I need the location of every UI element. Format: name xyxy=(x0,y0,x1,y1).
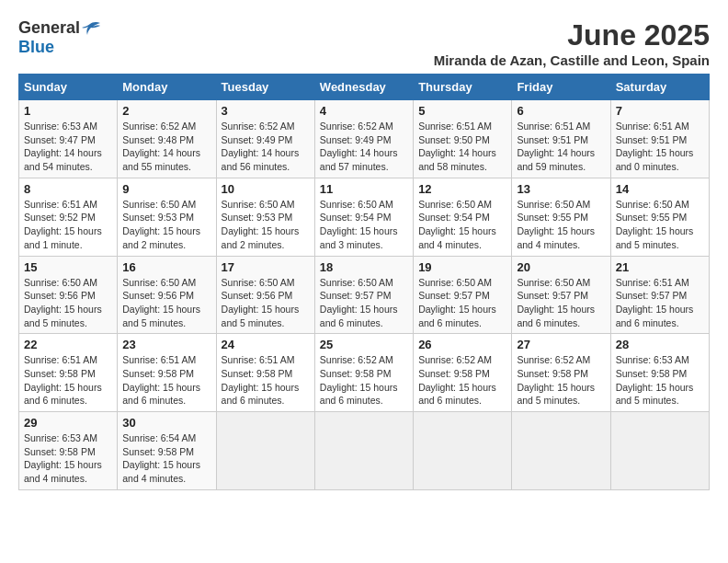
calendar-cell: 19 Sunrise: 6:50 AM Sunset: 9:57 PM Dayl… xyxy=(414,256,512,334)
logo-bird-icon xyxy=(80,20,100,37)
calendar-cell xyxy=(610,412,709,490)
daylight-text: Daylight: 15 hours and 0 minutes. xyxy=(616,147,694,172)
sunset-text: Sunset: 9:51 PM xyxy=(517,134,588,145)
day-number: 1 xyxy=(24,104,112,118)
day-info: Sunrise: 6:51 AM Sunset: 9:58 PM Dayligh… xyxy=(24,353,112,408)
day-number: 28 xyxy=(616,338,704,351)
day-number: 5 xyxy=(418,104,506,118)
day-number: 21 xyxy=(616,260,704,274)
sunset-text: Sunset: 9:58 PM xyxy=(418,368,490,379)
daylight-text: Daylight: 15 hours and 3 minutes. xyxy=(320,225,398,250)
day-info: Sunrise: 6:50 AM Sunset: 9:55 PM Dayligh… xyxy=(616,198,704,252)
day-info: Sunrise: 6:51 AM Sunset: 9:58 PM Dayligh… xyxy=(222,353,310,408)
calendar-cell: 16 Sunrise: 6:50 AM Sunset: 9:56 PM Dayl… xyxy=(118,256,216,334)
day-number: 3 xyxy=(222,104,310,118)
calendar-cell: 7 Sunrise: 6:51 AM Sunset: 9:51 PM Dayli… xyxy=(610,100,709,178)
day-number: 6 xyxy=(517,104,605,118)
sunset-text: Sunset: 9:58 PM xyxy=(24,368,96,379)
day-number: 9 xyxy=(122,182,210,196)
daylight-text: Daylight: 15 hours and 5 minutes. xyxy=(616,225,694,250)
day-number: 30 xyxy=(122,416,210,430)
daylight-text: Daylight: 15 hours and 5 minutes. xyxy=(222,304,300,328)
day-info: Sunrise: 6:52 AM Sunset: 9:58 PM Dayligh… xyxy=(320,353,408,408)
sunrise-text: Sunrise: 6:50 AM xyxy=(418,277,492,288)
day-info: Sunrise: 6:53 AM Sunset: 9:58 PM Dayligh… xyxy=(616,353,704,408)
sunrise-text: Sunrise: 6:50 AM xyxy=(122,199,196,210)
day-info: Sunrise: 6:50 AM Sunset: 9:53 PM Dayligh… xyxy=(222,198,310,252)
sunset-text: Sunset: 9:52 PM xyxy=(24,212,96,223)
sunset-text: Sunset: 9:56 PM xyxy=(222,290,293,301)
sunrise-text: Sunrise: 6:52 AM xyxy=(222,121,295,132)
calendar-cell: 14 Sunrise: 6:50 AM Sunset: 9:55 PM Dayl… xyxy=(610,178,709,256)
day-number: 15 xyxy=(24,260,112,274)
calendar-cell: 8 Sunrise: 6:51 AM Sunset: 9:52 PM Dayli… xyxy=(19,178,118,256)
sunrise-text: Sunrise: 6:51 AM xyxy=(24,199,97,210)
calendar-cell: 4 Sunrise: 6:52 AM Sunset: 9:49 PM Dayli… xyxy=(314,100,413,178)
day-info: Sunrise: 6:54 AM Sunset: 9:58 PM Dayligh… xyxy=(122,431,210,486)
sunset-text: Sunset: 9:57 PM xyxy=(616,290,688,301)
day-number: 29 xyxy=(24,416,112,430)
logo-general-text: General xyxy=(18,18,80,38)
sunset-text: Sunset: 9:58 PM xyxy=(320,368,392,379)
calendar-week-row: 1 Sunrise: 6:53 AM Sunset: 9:47 PM Dayli… xyxy=(19,100,710,178)
day-info: Sunrise: 6:51 AM Sunset: 9:58 PM Dayligh… xyxy=(122,353,210,408)
day-number: 17 xyxy=(222,260,310,274)
sunrise-text: Sunrise: 6:50 AM xyxy=(222,199,295,210)
sunrise-text: Sunrise: 6:50 AM xyxy=(616,199,689,210)
calendar-cell: 18 Sunrise: 6:50 AM Sunset: 9:57 PM Dayl… xyxy=(314,256,413,334)
day-number: 18 xyxy=(320,260,408,274)
header-monday: Monday xyxy=(118,75,216,100)
location-title: Miranda de Azan, Castille and Leon, Spai… xyxy=(434,52,710,68)
day-info: Sunrise: 6:51 AM Sunset: 9:57 PM Dayligh… xyxy=(616,276,704,330)
daylight-text: Daylight: 15 hours and 2 minutes. xyxy=(122,225,200,250)
sunset-text: Sunset: 9:49 PM xyxy=(222,134,293,145)
calendar-cell: 2 Sunrise: 6:52 AM Sunset: 9:48 PM Dayli… xyxy=(118,100,216,178)
day-info: Sunrise: 6:52 AM Sunset: 9:49 PM Dayligh… xyxy=(320,120,408,174)
sunrise-text: Sunrise: 6:53 AM xyxy=(24,121,97,132)
sunset-text: Sunset: 9:58 PM xyxy=(24,446,96,457)
daylight-text: Daylight: 14 hours and 56 minutes. xyxy=(222,147,300,172)
page-header: General Blue June 2025 Miranda de Azan, … xyxy=(18,18,710,68)
daylight-text: Daylight: 15 hours and 4 minutes. xyxy=(517,225,595,250)
calendar-cell: 9 Sunrise: 6:50 AM Sunset: 9:53 PM Dayli… xyxy=(118,178,216,256)
day-number: 24 xyxy=(222,338,310,351)
calendar-cell: 27 Sunrise: 6:52 AM Sunset: 9:58 PM Dayl… xyxy=(512,334,610,412)
day-number: 20 xyxy=(517,260,605,274)
daylight-text: Daylight: 15 hours and 2 minutes. xyxy=(222,225,300,250)
sunrise-text: Sunrise: 6:51 AM xyxy=(122,354,196,365)
day-info: Sunrise: 6:50 AM Sunset: 9:55 PM Dayligh… xyxy=(517,198,605,252)
daylight-text: Daylight: 15 hours and 6 minutes. xyxy=(122,382,200,407)
daylight-text: Daylight: 15 hours and 6 minutes. xyxy=(418,304,496,328)
sunset-text: Sunset: 9:58 PM xyxy=(122,368,194,379)
sunset-text: Sunset: 9:47 PM xyxy=(24,134,96,145)
sunrise-text: Sunrise: 6:50 AM xyxy=(320,199,393,210)
calendar-cell xyxy=(314,412,413,490)
day-number: 4 xyxy=(320,104,408,118)
sunset-text: Sunset: 9:55 PM xyxy=(517,212,588,223)
calendar-cell: 29 Sunrise: 6:53 AM Sunset: 9:58 PM Dayl… xyxy=(19,412,118,490)
weekday-header-row: Sunday Monday Tuesday Wednesday Thursday… xyxy=(19,75,710,100)
sunrise-text: Sunrise: 6:53 AM xyxy=(24,432,97,443)
day-info: Sunrise: 6:51 AM Sunset: 9:52 PM Dayligh… xyxy=(24,198,112,252)
day-info: Sunrise: 6:53 AM Sunset: 9:47 PM Dayligh… xyxy=(24,120,112,174)
sunset-text: Sunset: 9:57 PM xyxy=(320,290,392,301)
calendar-table: Sunday Monday Tuesday Wednesday Thursday… xyxy=(18,74,710,490)
day-number: 14 xyxy=(616,182,704,196)
day-number: 7 xyxy=(616,104,704,118)
calendar-cell: 26 Sunrise: 6:52 AM Sunset: 9:58 PM Dayl… xyxy=(414,334,512,412)
sunset-text: Sunset: 9:53 PM xyxy=(122,212,194,223)
daylight-text: Daylight: 14 hours and 54 minutes. xyxy=(24,147,102,172)
sunrise-text: Sunrise: 6:52 AM xyxy=(517,354,590,365)
sunrise-text: Sunrise: 6:52 AM xyxy=(418,354,492,365)
daylight-text: Daylight: 15 hours and 5 minutes. xyxy=(616,382,694,407)
day-number: 13 xyxy=(517,182,605,196)
logo-blue-text: Blue xyxy=(18,38,54,57)
day-info: Sunrise: 6:52 AM Sunset: 9:48 PM Dayligh… xyxy=(122,120,210,174)
daylight-text: Daylight: 15 hours and 6 minutes. xyxy=(24,382,102,407)
day-number: 2 xyxy=(122,104,210,118)
calendar-cell: 5 Sunrise: 6:51 AM Sunset: 9:50 PM Dayli… xyxy=(414,100,512,178)
daylight-text: Daylight: 15 hours and 4 minutes. xyxy=(418,225,496,250)
daylight-text: Daylight: 14 hours and 58 minutes. xyxy=(418,147,496,172)
logo: General Blue xyxy=(18,18,100,57)
daylight-text: Daylight: 15 hours and 4 minutes. xyxy=(24,459,102,484)
